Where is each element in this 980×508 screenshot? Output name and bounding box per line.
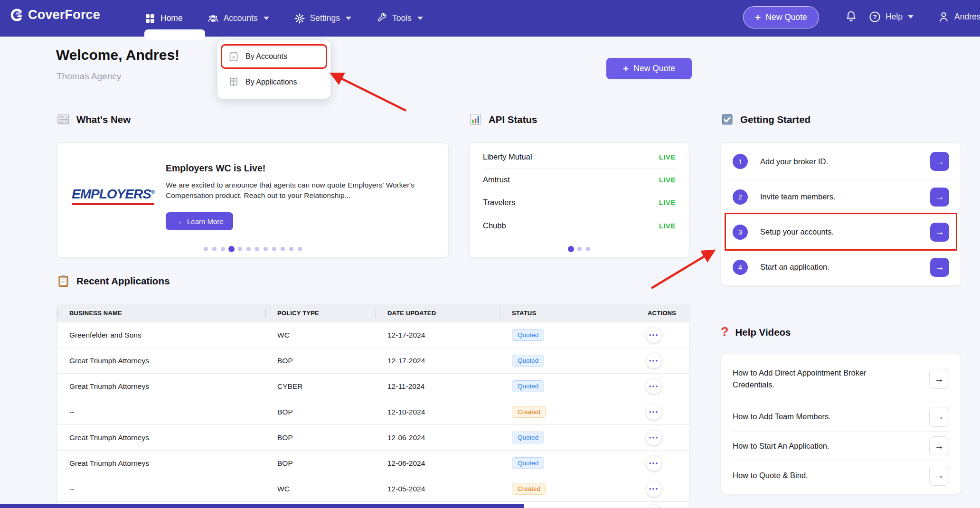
help-video-open-button[interactable]: → [929,436,949,456]
section-title: Help Videos [735,327,791,338]
nav-user-menu[interactable]: Andres [937,10,980,23]
carousel-dot[interactable] [298,247,302,251]
carousel-dot[interactable] [272,247,276,251]
carousel-dot[interactable] [281,247,285,251]
carrier-row: Liberty Mutual LIVE [483,146,676,169]
menu-item-by-accounts[interactable]: ¥ By Accounts [222,46,326,67]
nav-item-settings[interactable]: Settings [294,13,351,24]
whats-new-card: EMPLOYERS® Employers WC is Live! We are … [57,142,449,258]
clipboard-icon [57,274,70,287]
cell-business-name: Great Triumph Attorneys [57,459,265,468]
table-row: Great Triumph Attorneys CYBER 12-11-2024… [57,373,689,399]
carrier-name: Liberty Mutual [483,152,532,161]
cell-policy-type: BOP [265,408,376,416]
status-badge: Quoted [512,380,544,392]
new-quote-button[interactable]: + New Quote [606,58,692,79]
checkbox-icon [721,113,734,126]
help-video-open-button[interactable]: → [929,369,949,389]
arrow-right-icon: → [934,374,944,385]
cell-business-name: Great Triumph Attorneys [57,357,265,365]
user-icon [937,10,950,23]
row-actions-button[interactable]: ●●● [646,430,661,445]
carousel-dot[interactable] [212,247,217,251]
ellipsis-icon: ●●● [649,384,659,388]
new-quote-label: New Quote [633,64,675,74]
cell-date-updated: 12-10-2024 [376,408,500,416]
whats-new-header: What's New [57,113,131,126]
getting-started-step: 3 Setup your accounts. → [726,214,956,249]
carousel-dot[interactable] [204,247,208,251]
help-video-open-button[interactable]: → [929,466,949,486]
nav-item-label: Settings [310,13,340,23]
recent-applications-header: Recent Applications [57,274,170,287]
chevron-down-icon [346,17,351,20]
chevron-down-icon [264,17,269,20]
step-go-button[interactable]: → [930,188,949,207]
nav-item-accounts[interactable]: Accounts [207,13,269,24]
section-title: Recent Applications [76,275,170,287]
nav-item-tools[interactable]: Tools [376,13,423,24]
chevron-down-icon [417,17,423,20]
carousel-dot[interactable] [255,247,259,251]
carrier-list: Liberty Mutual LIVE Amtrust LIVE Travele… [470,146,689,237]
brand[interactable]: CoverForce [10,8,100,22]
carousel-dot[interactable] [586,247,590,251]
carrier-status: LIVE [659,198,676,207]
step-go-button[interactable]: → [930,223,949,242]
row-actions-button[interactable] [646,505,661,508]
help-video-item: How to Quote & Bind. → [733,461,949,490]
carousel-dots [470,247,689,251]
ellipsis-icon: ●●● [649,410,659,414]
row-actions-button[interactable]: ●●● [646,379,661,394]
open-book-icon [228,76,239,88]
carousel-dot[interactable] [567,246,574,252]
steps-list: 1 Add your broker ID. → 2 Invite team me… [721,144,961,284]
row-actions-button[interactable]: ●●● [646,353,661,368]
nav-item-label: Tools [392,13,412,23]
row-actions-button[interactable]: ●●● [646,328,661,343]
help-video-open-button[interactable]: → [929,407,949,427]
nav-help-menu[interactable]: ? Help [868,10,914,23]
help-video-label: How to Add Team Members. [733,411,894,423]
cell-business-name: Great Triumph Attorneys [57,433,265,442]
carousel-dot[interactable] [246,247,251,251]
learn-more-button[interactable]: → Learn More [166,212,233,230]
carrier-name: Chubb [483,221,506,230]
cell-business-name: -- [57,485,265,493]
step-go-button[interactable]: → [930,152,949,171]
carousel-dot[interactable] [289,247,293,251]
carousel-dot[interactable] [577,247,582,251]
help-videos-card: How to Add Direct Appointment Broker Cre… [721,354,961,494]
cell-policy-type: WC [265,331,376,339]
carousel-dot[interactable] [238,247,242,251]
step-go-button[interactable]: → [930,258,949,277]
api-status-card: Liberty Mutual LIVE Amtrust LIVE Travele… [469,142,689,258]
carrier-status: LIVE [659,176,676,184]
help-label: Help [886,12,903,22]
menu-item-by-applications[interactable]: By Applications [222,71,326,93]
gear-icon [294,13,305,24]
ellipsis-icon: ●●● [649,333,659,337]
arrow-right-icon: → [934,411,944,422]
notifications-bell-button[interactable] [845,10,858,23]
arrow-right-icon: → [935,156,944,167]
carousel-dot[interactable] [221,247,225,251]
table-column-header: POLICY TYPE [265,304,376,322]
wrench-icon [376,13,387,24]
table-row: Greenfelder and Sons WC 12-17-2024 Quote… [57,322,689,348]
carousel-dot[interactable] [264,247,268,251]
table-body: Greenfelder and Sons WC 12-17-2024 Quote… [57,322,689,501]
row-actions-button[interactable]: ●●● [646,481,661,497]
annotation-arrow-dropdown [333,75,406,111]
nav-new-quote-button[interactable]: + New Quote [743,6,819,28]
nav-item-label: Accounts [224,13,258,23]
row-actions-button[interactable]: ●●● [646,456,661,471]
cell-date-updated: 12-05-2024 [376,485,500,493]
help-video-item: How to Add Team Members. → [733,402,949,431]
status-badge: Quoted [512,457,544,469]
carousel-dot[interactable] [228,246,235,252]
row-actions-button[interactable]: ●●● [646,405,661,420]
announcement-body: We are excited to announce that agents c… [166,180,440,201]
help-video-item: How to Add Direct Appointment Broker Cre… [733,356,949,402]
nav-item-home[interactable]: Home [144,13,183,24]
